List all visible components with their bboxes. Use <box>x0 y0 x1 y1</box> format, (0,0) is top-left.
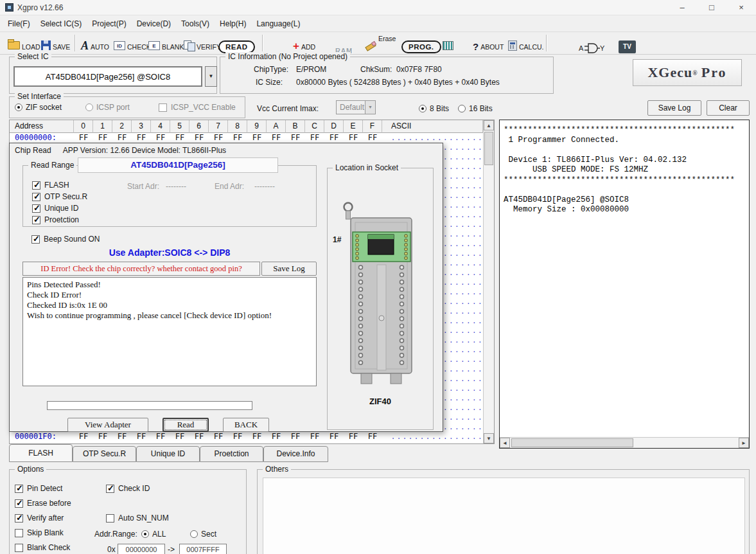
menu-file[interactable]: File(F) <box>3 17 35 31</box>
verify-button[interactable]: VERIFY <box>184 35 221 52</box>
logic-gate-icon: A Y <box>578 42 605 55</box>
ic-select-combobox[interactable]: AT45DB041D[Page256] @SOIC8 <box>13 66 202 87</box>
check-id-checkbox[interactable]: Check ID <box>106 484 150 493</box>
menu-language[interactable]: Language(L) <box>251 17 305 31</box>
ic-size-label: IC Size: <box>256 78 283 87</box>
tv-button[interactable]: TV <box>619 36 636 53</box>
erase-button[interactable]: Erase <box>365 35 396 52</box>
unique-id-checkbox[interactable]: Unique ID <box>32 204 78 213</box>
blank-button[interactable]: E BLANK <box>148 35 184 52</box>
close-button[interactable]: × <box>726 0 756 15</box>
vcc-current-dropdown[interactable]: Default ▼ <box>336 100 376 114</box>
dialog-read-button[interactable]: Read <box>163 418 209 432</box>
read-button[interactable]: READ <box>218 36 255 53</box>
icsp-port-radio[interactable]: ICSP port <box>85 103 130 112</box>
question-icon: ? <box>473 41 479 52</box>
checkbox-mark <box>106 514 114 523</box>
flash-checkbox[interactable]: FLASH <box>32 181 69 190</box>
about-button[interactable]: ? ABOUT <box>473 35 504 52</box>
tab-flash[interactable]: FLASH <box>9 444 73 462</box>
view-adapter-button[interactable]: View Adapter <box>67 418 148 432</box>
zif-socket-radio[interactable]: ZIF socket <box>15 103 62 112</box>
tab-protection[interactable]: Proetction <box>200 446 263 462</box>
scroll-right-arrow[interactable]: ► <box>739 438 749 448</box>
ic-information-legend: IC Information (No Project opened) <box>225 52 350 61</box>
hex-header-ascii: ASCII <box>382 120 483 133</box>
start-adr-value: -------- <box>166 182 186 191</box>
select-ic-legend: Select IC <box>15 52 51 61</box>
device-log-text: ****************************************… <box>500 120 749 437</box>
logic-test-button[interactable]: A Y <box>578 37 605 55</box>
verify-after-checkbox[interactable]: Verify after <box>15 514 64 523</box>
toolbar-separator <box>546 35 547 51</box>
svg-text:A: A <box>579 44 584 52</box>
icsp-vcc-enable-checkbox[interactable]: ICSP_VCC Enable <box>159 103 236 112</box>
vcc-current-imax-label: Vcc Current Imax: <box>257 104 319 113</box>
scroll-left-arrow[interactable]: ◄ <box>500 438 510 448</box>
pin-detect-checkbox[interactable]: Pin Detect <box>15 484 62 493</box>
dialog-subtitle: APP Version: 12.66 Device Model: TL866II… <box>63 146 226 155</box>
dialog-title: Chip Read <box>15 146 51 155</box>
range-from-input[interactable] <box>118 544 165 554</box>
scrollbar-thumb[interactable] <box>484 132 493 165</box>
skip-blank-checkbox[interactable]: Skip Blank <box>15 528 64 537</box>
dialog-title-bar[interactable]: Chip Read APP Version: 12.66 Device Mode… <box>10 143 443 157</box>
save-button[interactable]: SAVE <box>41 35 70 52</box>
tab-otp-secur[interactable]: OTP Secu.R <box>73 446 136 462</box>
ic-test-button[interactable] <box>443 35 453 52</box>
others-legend: Others <box>263 465 291 474</box>
progress-bar <box>47 401 252 410</box>
addr-range-all-radio[interactable]: ALL <box>141 530 166 539</box>
range-to-input[interactable] <box>179 544 227 554</box>
calculator-button[interactable]: CALCU. <box>508 35 544 52</box>
menu-help[interactable]: Help(H) <box>215 17 251 31</box>
menu-project[interactable]: Project(P) <box>87 17 131 31</box>
clear-button[interactable]: Clear <box>707 100 750 116</box>
scroll-down-arrow[interactable]: ▼ <box>484 433 494 443</box>
ic-size-value: 0x80000 Bytes ( 524288 Bytes ) + 0x40 By… <box>296 78 500 87</box>
add-button[interactable]: + ADD <box>293 35 315 52</box>
dialog-save-log-button[interactable]: Save Log <box>261 262 317 276</box>
menu-device[interactable]: Device(D) <box>132 17 176 31</box>
beep-sound-checkbox[interactable]: Beep Sound ON <box>31 235 100 244</box>
minimize-button[interactable]: – <box>667 0 697 15</box>
tab-unique-id[interactable]: Unique ID <box>136 446 200 462</box>
auto-sn-num-checkbox[interactable]: Auto SN_NUM <box>106 514 169 523</box>
otp-secur-checkbox[interactable]: OTP Secu.R <box>32 192 87 201</box>
radio-mark <box>85 103 93 111</box>
ic-select-dropdown-arrow[interactable]: ▼ <box>205 66 217 87</box>
addr-range-sect-radio[interactable]: Sect <box>190 530 216 539</box>
blank-check-checkbox[interactable]: Blank Check <box>15 543 70 552</box>
prog-oval-label: PROG. <box>401 40 441 53</box>
blank-icon: E <box>148 41 160 50</box>
protection-checkbox[interactable]: Proetction <box>32 215 79 224</box>
maximize-button[interactable]: □ <box>697 0 726 15</box>
8-bits-radio[interactable]: 8 Bits <box>419 104 449 113</box>
scrollbar-thumb[interactable] <box>511 438 633 447</box>
xgecu-pro-logo: XGecu®Pro <box>633 59 742 86</box>
tab-device-info[interactable]: Device.Info <box>263 446 328 462</box>
checkbox-mark <box>31 235 40 244</box>
save-floppy-icon <box>41 40 51 50</box>
menu-select-ic[interactable]: Select IC(S) <box>35 17 87 31</box>
menu-tools[interactable]: Tools(V) <box>176 17 215 31</box>
load-button[interactable]: LOAD <box>8 35 40 52</box>
save-log-button[interactable]: Save Log <box>647 100 701 116</box>
toolbar-separator <box>262 35 263 51</box>
chip-type-value: E/PROM <box>296 65 326 74</box>
hex-prefix-label: 0x <box>107 545 116 554</box>
add-plus-icon: + <box>293 40 299 52</box>
hex-vertical-scrollbar[interactable]: ▲ ▼ <box>483 120 494 443</box>
check-button[interactable]: ID CHECK <box>114 35 151 52</box>
erase-before-checkbox[interactable]: Erase before <box>15 499 71 508</box>
chip-read-dialog: Chip Read APP Version: 12.66 Device Mode… <box>9 143 443 432</box>
16-bits-radio[interactable]: 16 Bits <box>458 104 493 113</box>
prog-button[interactable]: PROG. <box>401 36 441 53</box>
checkbox-mark <box>32 193 40 201</box>
location-in-socket-group: Location in Socket 1# <box>327 168 434 430</box>
dropdown-arrow-icon: ▼ <box>365 101 375 114</box>
scroll-up-arrow[interactable]: ▲ <box>484 120 494 130</box>
back-button[interactable]: BACK <box>223 418 269 432</box>
log-horizontal-scrollbar[interactable]: ◄ ► <box>500 437 749 448</box>
auto-button[interactable]: A AUTO <box>81 35 109 52</box>
